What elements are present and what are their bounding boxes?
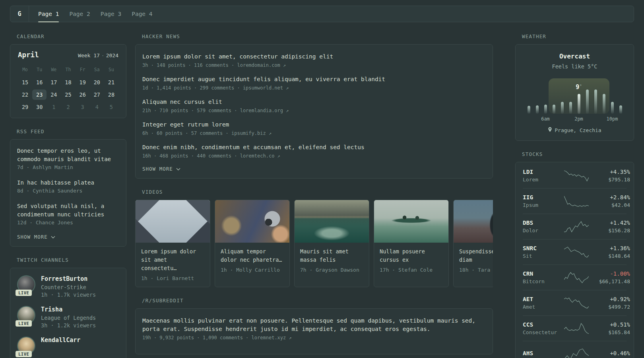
story-domain: loremdomain.com [237, 62, 280, 68]
calendar-day: 2 [61, 102, 75, 112]
post-stats: 19h · 9,932 points · 1,090 comments [142, 335, 243, 340]
stock-row[interactable]: CRNBitcorn -1.00%$66,171.48 [523, 265, 627, 290]
nav-tab-page-4[interactable]: Page 4 [132, 6, 152, 22]
story-domain-link[interactable]: ipsumworld.net ↗ [243, 85, 289, 91]
weather-location[interactable]: Prague, Czechia [524, 127, 625, 133]
video-card[interactable]: Lorem ipsum dolor sit amet consectetu… 1… [135, 200, 210, 287]
video-card[interactable]: Mauris sit amet massa felis 7h · Grayson… [294, 200, 369, 287]
stock-change: -1.00% [589, 270, 630, 277]
video-title[interactable]: Lorem ipsum dolor sit amet consectetu… [141, 247, 204, 272]
rss-item-title[interactable]: Sed volutpat nulla nisl, a condimentum n… [17, 202, 119, 219]
twitch-section: TWITCH CHANNELS LIVE ForrestBurton Count… [10, 257, 126, 358]
weather-hour-bar [536, 105, 539, 114]
stock-price: $156.28 [589, 228, 630, 233]
stock-row[interactable]: AHS +0.46% [523, 341, 627, 358]
video-thumbnail[interactable] [454, 200, 493, 243]
videos-section-label: VIDEOS [142, 189, 493, 195]
post-title[interactable]: Maecenas mollis pulvinar erat non posuer… [142, 317, 486, 333]
rss-item-title[interactable]: Donec tempor eros leo, ut commodo mauris… [17, 147, 119, 163]
video-meta: 17h · Stefan Cole [380, 267, 443, 273]
video-card[interactable]: Aliquam tempor dolor nec pharetra… 1h · … [215, 200, 290, 287]
video-card[interactable]: Nullam posuere cursus ex 17h · Stefan Co… [374, 200, 449, 287]
app-logo[interactable]: G [10, 6, 29, 22]
video-card[interactable]: Suspendisse diam 18h · Tara [453, 200, 493, 287]
chevron-down-icon [176, 166, 180, 172]
story-stats: 3h · 148 points · 116 comments [142, 62, 229, 68]
video-thumbnail[interactable] [136, 200, 210, 243]
hackernews-show-more-button[interactable]: SHOW MORE [142, 166, 486, 172]
weather-hourly-chart: 9°6am2pm10pm [525, 76, 625, 123]
video-title[interactable]: Suspendisse diam [459, 247, 493, 264]
subreddit-widget: Maecenas mollis pulvinar erat non posuer… [135, 308, 493, 354]
stock-name: Lorem [523, 177, 564, 183]
stock-symbol: AHS [523, 350, 564, 356]
hackernews-section: HACKER NEWS Lorem ipsum dolor sit amet, … [135, 33, 493, 179]
video-meta: 18h · Tara [459, 267, 493, 273]
video-title[interactable]: Aliquam tempor dolor nec pharetra… [221, 247, 284, 264]
calendar-year: 2024 [106, 53, 118, 58]
video-title[interactable]: Mauris sit amet massa felis [300, 247, 363, 264]
rss-item-title[interactable]: In hac habitasse platea [17, 179, 119, 187]
current-temperature: 9° [576, 84, 582, 91]
weather-section-label: WEATHER [522, 33, 634, 39]
rss-item[interactable]: Sed volutpat nulla nisl, a condimentum n… [17, 202, 119, 226]
story-domain-link[interactable]: loremlandia.org ↗ [240, 108, 289, 113]
video-thumbnail[interactable] [215, 200, 289, 243]
calendar-weekday: Tu [32, 67, 47, 72]
video-thumbnail[interactable] [374, 200, 448, 243]
twitch-widget: LIVE ForrestBurton Counter-Strike 1h · 1… [10, 268, 126, 358]
video-thumbnail[interactable] [295, 200, 369, 243]
separator-dot: · [101, 53, 105, 58]
nav-tab-page-1[interactable]: Page 1 [38, 6, 59, 22]
story-title[interactable]: Aliquam nec cursus elit [142, 98, 486, 106]
story-domain-link[interactable]: loremtech.co ↗ [240, 153, 280, 159]
story-domain-link[interactable]: ipsumify.biz ↗ [231, 130, 272, 136]
twitch-channel-row[interactable]: LIVE KendallCarr [17, 337, 119, 355]
stock-row[interactable]: CCSConsectetur +0.51%$165.84 [523, 315, 627, 341]
stock-row[interactable]: SNRCSit +1.36%$148.64 [523, 239, 627, 265]
rss-item[interactable]: Donec tempor eros leo, ut commodo mauris… [17, 147, 119, 170]
stock-row[interactable]: AETAmet +0.92%$499.72 [523, 290, 627, 315]
channel-name[interactable]: KendallCarr [41, 337, 80, 344]
chevron-down-icon [51, 234, 55, 240]
stock-row[interactable]: IIGIpsum +2.84%$42.04 [523, 188, 627, 214]
stock-sparkline [564, 246, 589, 258]
calendar-day: 28 [104, 90, 118, 100]
stock-name: Ipsum [523, 202, 564, 208]
story-title[interactable]: Lorem ipsum dolor sit amet, consectetur … [142, 53, 486, 61]
subreddit-section-label: /R/SUBREDDIT [142, 298, 493, 304]
stock-row[interactable]: LDILorem +4.35%$795.18 [523, 163, 627, 188]
story-domain-link[interactable]: loremdomain.com ↗ [237, 62, 286, 68]
external-link-icon: ↗ [289, 335, 292, 340]
hackernews-item: Integer eget rutrum lorem 6h · 60 points… [142, 121, 486, 136]
story-title[interactable]: Donec enim nibh, condimentum et accumsan… [142, 143, 486, 152]
nav-tab-page-2[interactable]: Page 2 [69, 6, 90, 22]
story-title[interactable]: Donec imperdiet augue tincidunt felis al… [142, 75, 486, 84]
calendar-weekday: Sa [90, 67, 104, 72]
stock-name: Consectetur [523, 329, 564, 335]
weather-widget: Overcast Feels like 5°C 9°6am2pm10pm Pra… [515, 44, 634, 141]
stock-row[interactable]: DBSDolor +1.42%$156.28 [523, 214, 627, 239]
stock-symbol: DBS [523, 220, 564, 226]
twitch-channel-row[interactable]: LIVE Trisha League of Legends 3h · 1.2k … [17, 306, 119, 329]
live-badge: LIVE [16, 351, 32, 357]
twitch-channel-row[interactable]: LIVE ForrestBurton Counter-Strike 1h · 1… [17, 275, 119, 298]
rss-show-more-button[interactable]: SHOW MORE [17, 234, 119, 240]
live-badge: LIVE [16, 320, 32, 327]
avatar: LIVE [17, 275, 35, 294]
stock-change: +1.42% [589, 220, 630, 226]
story-title[interactable]: Integer eget rutrum lorem [142, 121, 486, 129]
channel-name[interactable]: ForrestBurton [41, 275, 96, 282]
rss-item[interactable]: In hac habitasse platea 8d · Cynthia Sau… [17, 179, 119, 194]
channel-category[interactable]: Counter-Strike [41, 284, 96, 290]
nav-tab-page-3[interactable]: Page 3 [101, 6, 121, 22]
twitch-channel-info: ForrestBurton Counter-Strike 1h · 1.7k v… [41, 275, 96, 298]
stock-symbol: IIG [523, 194, 564, 200]
video-title[interactable]: Nullam posuere cursus ex [380, 247, 443, 264]
calendar-day-grid: 1516171819202122232425262728293012345 [18, 77, 118, 112]
channel-category[interactable]: League of Legends [41, 315, 96, 321]
channel-name[interactable]: Trisha [41, 306, 96, 313]
external-link-icon: ↗ [269, 130, 272, 136]
stock-sparkline [564, 348, 589, 358]
post-domain-link[interactable]: loremnet.xyz ↗ [252, 335, 292, 340]
